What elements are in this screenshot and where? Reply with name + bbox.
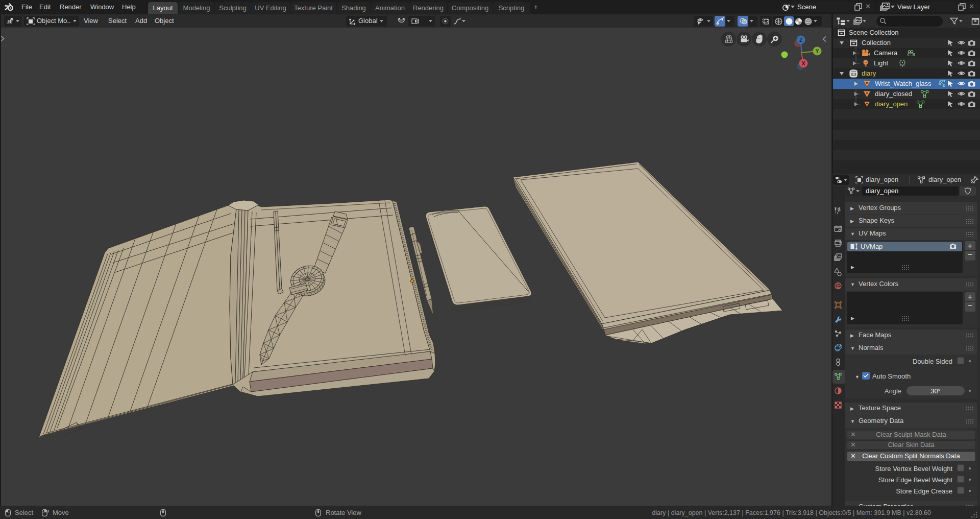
svg-text:Y: Y bbox=[816, 49, 819, 54]
svg-text:X: X bbox=[802, 61, 805, 66]
svg-text:Z: Z bbox=[799, 37, 802, 43]
